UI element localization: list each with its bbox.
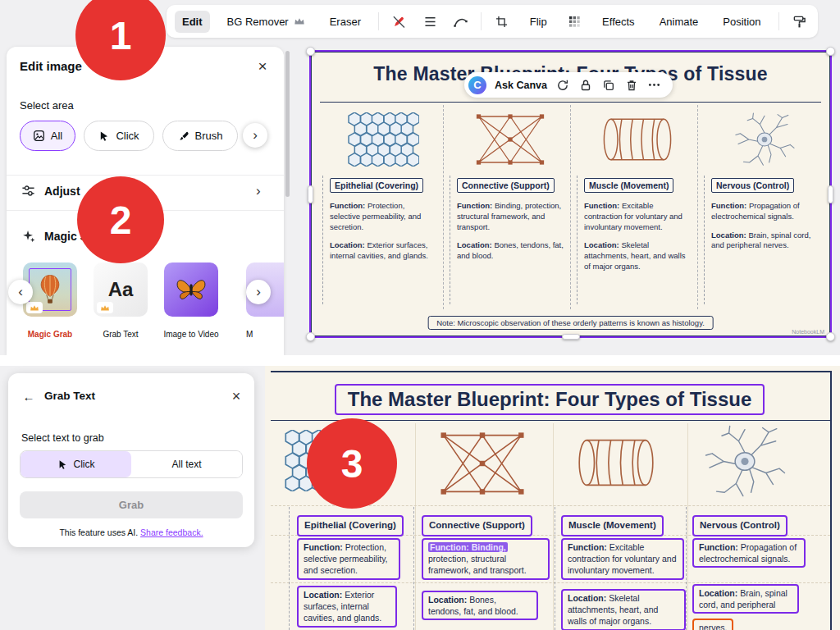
grab-button[interactable]: Grab [20,491,243,518]
tissue-function: Function: Excitable contraction for volu… [584,201,691,232]
grab-box-location-tail[interactable]: nerves. [692,619,733,630]
tissue-name: Muscle (Movement) [584,178,673,193]
toggle-click-option[interactable]: Click [21,451,131,477]
more-options-icon[interactable] [647,78,662,93]
poster-title-grab-box[interactable]: The Master Blueprint: Four Types of Tiss… [335,384,765,415]
tissue-function: Function: Binding, protection, structura… [457,201,564,232]
carousel-right-button[interactable]: › [246,280,271,304]
ask-canva-toolbar: C Ask Canva [464,72,673,98]
more-chips-button[interactable]: › [243,123,267,148]
crop-icon[interactable] [491,10,512,33]
select-text-label: Select text to grab [21,432,104,444]
column-connective: Connective (Support) Function: Binding, … [444,105,571,309]
pointer-icon [57,459,68,470]
resize-handle-left[interactable] [308,185,313,203]
line-weight-icon[interactable] [419,10,440,33]
title-divider [320,102,821,103]
grab-box-function[interactable]: Function: Excitable contraction for volu… [561,538,684,580]
grab-box-name[interactable]: Nervous (Control) [692,515,788,536]
grid-line [415,423,416,630]
nervous-illustration [701,422,789,501]
connector-line [686,507,687,630]
select-area-label: Select area [20,99,74,112]
epithelial-illustration [330,108,436,171]
step-3-badge: 3 [307,418,397,509]
resize-handle-top-left[interactable] [306,47,315,56]
curve-icon[interactable] [450,10,471,33]
grab-box-location[interactable]: Location: Skeletal attachments, heart, a… [561,589,686,630]
adjust-row[interactable]: Adjust [44,185,80,198]
grab-box-function[interactable]: Function: Protection, selective permeabi… [297,538,400,580]
grab-mode-toggle: Click All text [20,450,243,478]
app-label: Magic Grab [21,330,79,339]
grid-line [271,582,830,583]
close-icon[interactable]: × [225,385,248,408]
regenerate-icon[interactable] [555,78,570,93]
screenshot-bottom: The Master Blueprint: Four Types of Tiss… [0,366,840,630]
effects-button[interactable]: Effects [595,11,642,33]
resize-handle-right[interactable] [828,185,833,203]
edit-button[interactable]: Edit [175,11,210,33]
panel-scrollbar[interactable] [285,51,290,197]
lock-icon[interactable] [578,78,593,93]
crown-badge-icon [26,302,43,313]
resize-handle-top-right[interactable] [826,47,835,56]
delete-icon[interactable] [624,78,639,93]
tissue-name: Nervous (Control) [711,178,794,193]
back-icon[interactable]: ← [18,386,39,407]
toggle-all-text-option[interactable]: All text [131,451,242,477]
animate-button[interactable]: Animate [652,11,706,33]
muscle-illustration [573,436,660,489]
resize-handle-bottom-right[interactable] [826,332,835,341]
tissue-location: Location: Bones, tendons, fat, and blood… [457,240,564,262]
grab-box-location[interactable]: Location: Brain, spinal cord, and periph… [692,584,799,614]
flip-button[interactable]: Flip [523,11,555,33]
ask-canva-button[interactable]: Ask Canva [495,80,547,91]
column-epithelial: Epithelial (Covering) Function: Protecti… [317,105,444,309]
toolbar-divider [481,12,482,30]
grab-box-function[interactable]: Function: Propagation of electrochemical… [692,538,806,568]
grab-text-thumbnail[interactable]: Aa [94,262,148,317]
image-to-video-thumbnail[interactable] [164,262,218,317]
marker-icon[interactable] [389,10,409,33]
transparency-icon[interactable] [564,10,585,33]
select-area-brush-chip[interactable]: Brush [162,121,238,151]
grab-box-name[interactable]: Epithelial (Covering) [297,515,404,536]
magic-studio-icon [21,229,35,243]
butterfly-illustration [175,276,208,303]
adjust-icon [21,184,35,198]
app-label: M [246,330,284,339]
grab-box-name[interactable]: Connective (Support) [422,515,532,536]
position-button[interactable]: Position [715,11,768,33]
pointer-icon [98,130,110,142]
tissue-name: Epithelial (Covering) [330,178,423,193]
grab-box-name[interactable]: Muscle (Movement) [561,515,664,536]
highlighted-text[interactable]: Function: Binding, [428,542,508,552]
column-muscle: Muscle (Movement) Function: Excitable co… [571,105,698,309]
select-area-click-chip[interactable]: Click [84,121,154,151]
resize-handle-bottom-left[interactable] [306,332,315,341]
carousel-left-button[interactable]: ‹ [8,280,33,304]
grab-box-location[interactable]: Location: Bones, tendons, fat, and blood… [422,591,538,620]
app-root: The Master Blueprint: Four Types of Tiss… [0,0,840,630]
connective-illustration [457,108,564,171]
duplicate-icon[interactable] [601,78,616,93]
eraser-button[interactable]: Eraser [322,11,368,33]
share-feedback-link[interactable]: Share feedback. [140,527,203,537]
resize-handle-bottom[interactable] [562,334,580,340]
top-toolbar: Edit BG Remover Eraser Flip Effects Anim… [167,5,818,38]
bg-remover-button[interactable]: BG Remover [220,11,313,33]
connector-line [413,507,414,630]
tissue-location: Location: Exterior surfaces, internal ca… [330,240,436,262]
select-area-all-chip[interactable]: All [20,121,75,151]
grid-line [687,423,688,630]
grab-box-function[interactable]: Function: Binding,protection, structural… [422,538,550,580]
grab-box-location[interactable]: Location: Exterior surfaces, internal ca… [297,586,397,628]
chevron-right-icon[interactable]: › [256,183,261,199]
paint-roller-icon[interactable] [788,10,809,33]
grab-text-panel: ← Grab Text × Select text to grab Click … [8,373,254,547]
close-icon[interactable]: × [251,55,274,78]
nervous-illustration [711,108,818,171]
poster-note: Note: Microscopic observation of these o… [427,316,714,330]
aa-glyph: Aa [108,278,134,301]
